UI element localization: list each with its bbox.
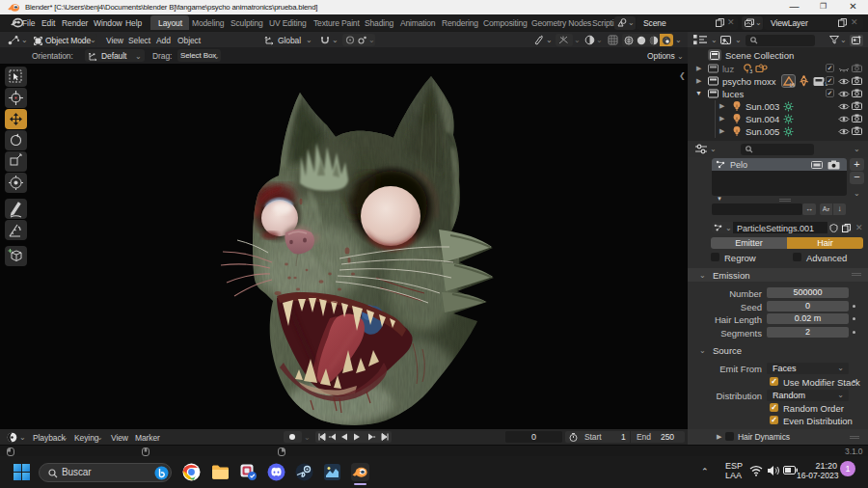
svg-text:16: 16 [790,82,796,88]
svg-text:3: 3 [749,68,752,74]
